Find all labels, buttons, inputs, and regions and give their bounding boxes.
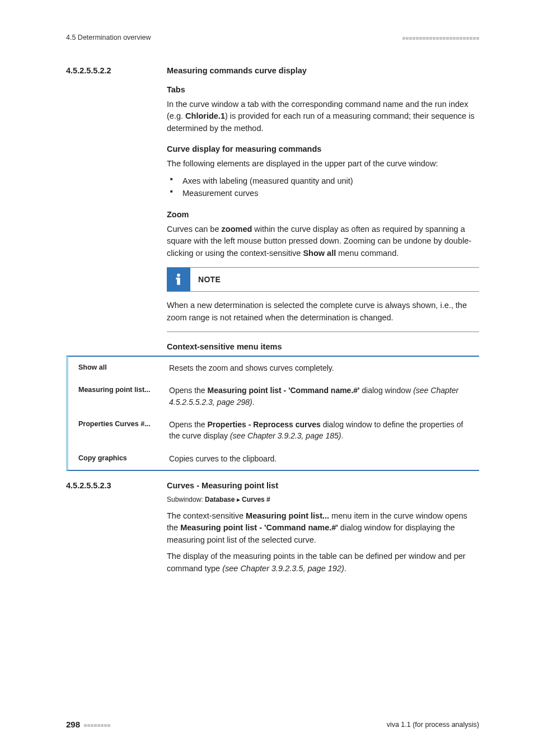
info-icon <box>167 268 190 291</box>
menu-item-desc: Copies curves to the clipboard. <box>169 453 474 464</box>
text-bold: Measuring point list - 'Command name.#' <box>208 386 360 395</box>
text: The context-sensitive <box>167 511 246 520</box>
table-row: Show all Resets the zoom and shows curve… <box>68 357 479 379</box>
section-heading: 4.5.2.5.5.2.2 Measuring commands curve d… <box>66 66 479 75</box>
menu-item-label: Measuring point list... <box>78 385 169 408</box>
note-body: When a new determination is selected the… <box>167 292 479 332</box>
footer-left: 298 <box>66 720 110 729</box>
section-number: 4.5.2.5.5.2.2 <box>66 66 167 75</box>
footer-product: viva 1.1 (for process analysis) <box>387 721 479 729</box>
cross-ref: (see Chapter 3.9.2.3.5, page 192) <box>222 564 344 573</box>
text-bold: Properties - Reprocess curves <box>208 420 321 429</box>
running-header: 4.5 Determination overview <box>66 34 479 41</box>
text: . <box>344 564 346 573</box>
menu-item-label: Copy graphics <box>78 453 169 464</box>
subheading-curve-display: Curve display for measuring commands <box>167 144 479 153</box>
svg-point-0 <box>177 274 180 277</box>
text: menu command. <box>336 249 399 258</box>
list-item: Axes with labeling (measured quantity an… <box>167 175 479 187</box>
breadcrumb-item: Curves # <box>242 496 270 503</box>
text: Subwindow: <box>167 496 205 503</box>
page-number: 298 <box>66 720 80 729</box>
footer-ornament <box>83 721 110 729</box>
context-menu-table: Show all Resets the zoom and shows curve… <box>66 356 479 471</box>
text-bold: Measuring point list... <box>246 511 329 520</box>
curve-paragraph: The following elements are displayed in … <box>167 158 479 170</box>
text-bold: Measuring point list - 'Command name.#' <box>180 523 338 532</box>
page-footer: 298 viva 1.1 (for process analysis) <box>66 720 479 729</box>
table-row: Properties Curves #... Opens the Propert… <box>68 413 479 447</box>
table-row: Copy graphics Copies curves to the clipb… <box>68 447 479 470</box>
subheading-tabs: Tabs <box>167 85 479 94</box>
section-title: Measuring commands curve display <box>167 66 307 75</box>
header-section-path: 4.5 Determination overview <box>66 34 151 41</box>
text: Opens the <box>169 386 208 395</box>
menu-item-desc: Resets the zoom and shows curves complet… <box>169 362 474 374</box>
tabs-paragraph: In the curve window a tab with the corre… <box>167 99 479 134</box>
header-ornament <box>402 34 479 41</box>
menu-item-label: Properties Curves #... <box>78 419 169 442</box>
section-title: Curves - Measuring point list <box>167 481 278 490</box>
table-row: Measuring point list... Opens the Measur… <box>68 379 479 413</box>
zoom-paragraph: Curves can be zoomed within the curve di… <box>167 223 479 259</box>
list-item: Measurement curves <box>167 187 479 199</box>
note-box: NOTE When a new determination is selecte… <box>167 267 479 332</box>
subwindow-breadcrumb: Subwindow: Database ▸ Curves # <box>167 496 479 503</box>
note-header: NOTE <box>167 267 479 292</box>
paragraph: The context-sensitive Measuring point li… <box>167 510 479 546</box>
svg-rect-2 <box>176 278 178 279</box>
text: dialog window <box>359 386 413 395</box>
text: . <box>341 431 343 440</box>
breadcrumb-sep: ▸ <box>235 496 242 503</box>
text: Opens the <box>169 420 208 429</box>
section-heading: 4.5.2.5.5.2.3 Curves - Measuring point l… <box>66 481 479 490</box>
breadcrumb-item: Database <box>205 496 235 503</box>
subheading-context-menu: Context-sensitive menu items <box>167 342 479 351</box>
text: Curves can be <box>167 225 222 234</box>
cross-ref: (see Chapter 3.9.2.3, page 185) <box>230 431 341 440</box>
menu-item-desc: Opens the Properties - Reprocess curves … <box>169 419 474 442</box>
note-label: NOTE <box>198 275 221 284</box>
curve-elements-list: Axes with labeling (measured quantity an… <box>167 175 479 200</box>
text-bold: Show all <box>303 249 336 258</box>
section-number: 4.5.2.5.5.2.3 <box>66 481 167 490</box>
menu-item-label: Show all <box>78 362 169 374</box>
subheading-zoom: Zoom <box>167 210 479 219</box>
text: . <box>252 398 255 407</box>
text-bold: zoomed <box>222 225 252 234</box>
paragraph: The display of the measuring points in t… <box>167 550 479 575</box>
command-example: Chloride.1 <box>185 111 225 120</box>
menu-item-desc: Opens the Measuring point list - 'Comman… <box>169 385 474 408</box>
